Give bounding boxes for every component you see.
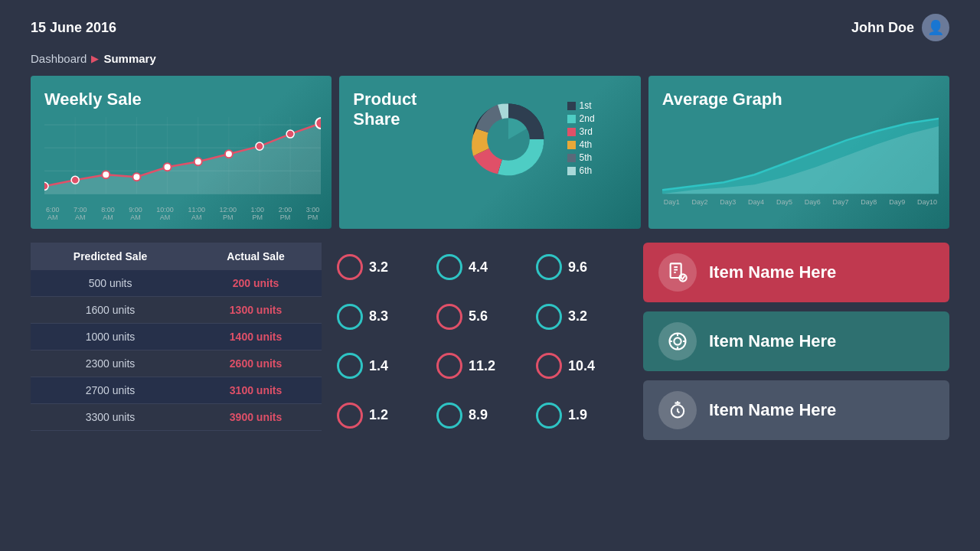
- metric-item: 3.2: [337, 244, 429, 291]
- svg-point-15: [71, 177, 79, 184]
- average-graph-card: Average Graph Day1 Day2 Day3 Day4 Day5 D…: [648, 76, 949, 229]
- metric-value: 1.9: [568, 407, 587, 423]
- action-icon-2: [658, 391, 697, 429]
- svg-point-19: [194, 158, 202, 166]
- table-cell-actual: 3900 units: [190, 404, 322, 431]
- product-share-title: Product Share: [353, 90, 416, 130]
- metric-item: 5.6: [436, 294, 528, 341]
- metric-item: 8.9: [436, 393, 528, 439]
- metrics-section: 3.24.49.68.35.63.21.411.210.41.28.91.9: [329, 243, 635, 440]
- donut-chart: [459, 90, 558, 189]
- table-row: 500 units200 units: [31, 270, 322, 297]
- username: John Doe: [851, 20, 914, 36]
- action-icon-0: [658, 253, 697, 292]
- breadcrumb-current: Summary: [103, 52, 155, 65]
- action-button-label-1: Item Name Here: [709, 331, 836, 351]
- metric-item: 8.3: [337, 294, 429, 341]
- header: 15 June 2016 John Doe 👤: [0, 0, 980, 49]
- average-graph-title: Average Graph: [662, 90, 939, 109]
- table-cell-actual: 1300 units: [190, 297, 322, 324]
- svg-point-16: [102, 171, 109, 179]
- metric-item: 11.2: [436, 343, 528, 390]
- metric-item: 4.4: [436, 244, 528, 291]
- table-row: 2300 units2600 units: [31, 350, 322, 377]
- table-section: Predicted Sale Actual Sale 500 units200 …: [31, 243, 322, 440]
- metric-circle-icon: [536, 353, 562, 379]
- metric-value: 10.4: [568, 358, 595, 374]
- metric-item: 1.9: [536, 393, 628, 439]
- metric-value: 3.2: [568, 308, 587, 324]
- action-button-label-2: Item Name Here: [709, 400, 836, 420]
- metric-value: 1.4: [369, 358, 388, 374]
- average-graph-chart: [662, 117, 939, 194]
- table-cell-actual: 1400 units: [190, 324, 322, 350]
- metric-item: 1.2: [337, 393, 429, 439]
- table-cell-predicted: 500 units: [31, 270, 190, 297]
- metric-circle-icon: [536, 403, 562, 429]
- average-graph-x-labels: Day1 Day2 Day3 Day4 Day5 Day6 Day7 Day8 …: [662, 199, 939, 207]
- actions-section: Item Name Here Item Name Here Item Name …: [643, 243, 949, 440]
- metric-circle-icon: [337, 353, 363, 379]
- metric-value: 5.6: [469, 308, 488, 324]
- charts-row: Weekly Sale: [0, 76, 980, 229]
- action-button-1[interactable]: Item Name Here: [643, 311, 949, 371]
- svg-point-14: [44, 183, 48, 191]
- metric-item: 3.2: [536, 294, 628, 341]
- metric-value: 3.2: [369, 259, 388, 276]
- table-cell-predicted: 2300 units: [31, 350, 190, 377]
- table-header-predicted: Predicted Sale: [31, 243, 190, 270]
- table-row: 3300 units3900 units: [31, 404, 322, 431]
- svg-point-23: [315, 118, 321, 129]
- metric-circle-icon: [436, 304, 462, 330]
- metric-circle-icon: [436, 353, 462, 379]
- table-row: 1600 units1300 units: [31, 297, 322, 324]
- metric-circle-icon: [536, 254, 562, 280]
- metric-value: 9.6: [568, 259, 587, 276]
- metric-value: 1.2: [369, 407, 388, 423]
- svg-point-22: [286, 130, 294, 138]
- avatar: 👤: [922, 14, 949, 41]
- weekly-sale-chart: [44, 117, 321, 201]
- table-cell-actual: 200 units: [190, 270, 322, 297]
- svg-point-21: [256, 143, 263, 151]
- table-row: 2700 units3100 units: [31, 377, 322, 404]
- table-row: 1000 units1400 units: [31, 324, 322, 350]
- svg-point-17: [132, 174, 140, 181]
- product-share-legend: 1st 2nd 3rd 4th 5th 6th: [567, 100, 595, 178]
- metric-circle-icon: [436, 254, 462, 280]
- header-date: 15 June 2016: [31, 20, 116, 36]
- metric-item: 10.4: [536, 343, 628, 390]
- action-button-label-0: Item Name Here: [709, 262, 836, 282]
- breadcrumb: Dashboard ▶ Summary: [0, 49, 980, 76]
- svg-point-18: [164, 164, 172, 171]
- metric-value: 4.4: [469, 259, 488, 276]
- action-button-0[interactable]: Item Name Here: [643, 243, 949, 302]
- metric-circle-icon: [337, 254, 363, 280]
- breadcrumb-arrow-icon: ▶: [91, 53, 99, 64]
- metric-circle-icon: [436, 403, 462, 429]
- table-header-actual: Actual Sale: [190, 243, 322, 270]
- metric-value: 11.2: [469, 358, 495, 374]
- metric-value: 8.3: [369, 308, 388, 324]
- product-share-card: Product Share: [339, 76, 640, 229]
- metric-circle-icon: [536, 304, 562, 330]
- metric-value: 8.9: [469, 407, 488, 423]
- bottom-row: Predicted Sale Actual Sale 500 units200 …: [0, 243, 980, 440]
- svg-point-20: [225, 151, 233, 158]
- table-cell-predicted: 3300 units: [31, 404, 190, 431]
- weekly-sale-title: Weekly Sale: [44, 90, 321, 109]
- metric-item: 9.6: [536, 244, 628, 291]
- sale-table: Predicted Sale Actual Sale 500 units200 …: [31, 243, 322, 431]
- header-user: John Doe 👤: [851, 14, 949, 41]
- svg-marker-13: [44, 123, 321, 194]
- table-cell-predicted: 1600 units: [31, 297, 190, 324]
- metric-circle-icon: [337, 304, 363, 330]
- action-icon-1: [658, 322, 697, 360]
- action-button-2[interactable]: Item Name Here: [643, 380, 949, 440]
- table-cell-predicted: 1000 units: [31, 324, 190, 350]
- weekly-sale-x-labels: 6:00AM 7:00AM 8:00AM 9:00AM 10:00AM 11:0…: [44, 207, 321, 222]
- metric-circle-icon: [337, 403, 363, 429]
- table-cell-actual: 3100 units: [190, 377, 322, 404]
- table-cell-predicted: 2700 units: [31, 377, 190, 404]
- breadcrumb-root[interactable]: Dashboard: [31, 52, 87, 65]
